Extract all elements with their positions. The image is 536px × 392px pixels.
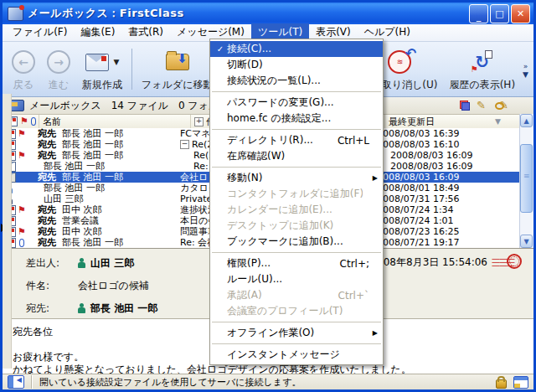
unsend-icon: ≋ <box>388 50 411 74</box>
new-message-icon <box>85 54 109 71</box>
minimize-button[interactable]: _ <box>469 4 488 23</box>
attachment-icon <box>19 239 24 247</box>
menu-item-label: 会議室のプロフィール(T) <box>227 304 363 318</box>
menu-item-label: コンタクトフォルダに追加(F)... <box>227 187 363 201</box>
key-pencil-icon[interactable] <box>495 101 508 111</box>
flag-icon: ⚑ <box>18 152 26 160</box>
menu-item-label: ブックマークに追加(B)... <box>227 235 363 249</box>
scrollbar-thumb[interactable] <box>520 144 533 213</box>
row-date: 2008/07/23 16:25 <box>375 226 520 237</box>
vertical-scrollbar[interactable]: ▲ ▼ <box>519 114 533 248</box>
menu-item-label: デスクトップに追加(K) <box>227 219 363 233</box>
back-button[interactable]: ← 戻る <box>6 44 41 96</box>
window-title: メールボックス：FirstClass <box>28 6 469 21</box>
statusbar: 開いている接続設定ファイルを使用してサーバに接続します。 <box>3 374 533 389</box>
row-date: 2008/07/21 19:17 <box>375 237 520 248</box>
flag-icon: ⚑ <box>18 130 26 138</box>
new-message-button[interactable]: ▼ 新規作成 <box>76 44 128 96</box>
left-gutter <box>3 94 12 369</box>
menu-separator <box>212 129 381 130</box>
menu-separator <box>212 91 381 92</box>
from-label: 差出人: <box>26 256 78 271</box>
row-flag-slot <box>16 239 28 247</box>
row-name: 宛先田中 次郎 <box>28 226 180 237</box>
menu-format[interactable]: 書式(R) <box>121 23 170 42</box>
row-name: 部長 池田 一郎 <box>28 183 180 193</box>
menu-item-label: 切断(D) <box>227 58 363 72</box>
submenu-arrow-icon: ▶ <box>369 174 378 182</box>
column-header-date[interactable]: 最終更新日▼ <box>385 115 520 128</box>
menu-item-label: インスタントメッセージ <box>227 348 363 362</box>
row-name: 宛先部長 池田 一郎 <box>28 150 180 161</box>
menu-shortcut: Ctrl+; <box>340 258 369 270</box>
menu-item[interactable]: ルール(U)... <box>210 271 383 287</box>
person-icon <box>78 258 86 268</box>
history-icon: ↻ <box>472 52 492 72</box>
menu-item[interactable]: ブックマークに追加(B)... <box>210 234 383 250</box>
menu-item[interactable]: 接続状況の一覧(L)... <box>210 73 383 89</box>
menu-item[interactable]: 在席確認(W) <box>210 148 383 164</box>
menu-item[interactable]: 会議室のプロフィール(T) <box>210 303 383 319</box>
menu-item[interactable]: 移動(N)▶ <box>210 170 383 186</box>
scroll-down-button[interactable]: ▼ <box>520 235 533 248</box>
row-flag-slot: ⚑ <box>16 228 28 236</box>
history-button[interactable]: ↻ 履歴の表示(H) <box>443 44 521 96</box>
row-to-label: 宛先 <box>38 226 56 237</box>
maximize-button[interactable]: □ <box>490 4 509 23</box>
move-to-folder-button[interactable]: フォルダに移動 <box>136 44 219 96</box>
forward-button[interactable]: → 進む <box>41 44 76 96</box>
menu-file[interactable]: ファイル(F) <box>6 23 74 42</box>
column-header-name[interactable]: 名前 <box>39 115 191 128</box>
thread-expander-icon[interactable]: − <box>180 140 189 149</box>
menu-item[interactable]: 権限(P)...Ctrl+; <box>210 255 383 271</box>
row-to-label: 宛先 <box>38 172 56 183</box>
panel-view-icon[interactable] <box>513 376 528 389</box>
menu-item-label: ルール(U)... <box>227 272 363 286</box>
menu-item-label: 承認(A) <box>227 288 332 302</box>
dropdown-caret-icon[interactable]: ▼ <box>114 58 120 66</box>
row-flag-slot: ⚑ <box>16 152 28 160</box>
message-date: 2008年8月3日 15:54:06 <box>370 255 487 270</box>
row-date: 2008/08/01 18:49 <box>375 183 520 193</box>
menu-item[interactable]: インスタントメッセージ <box>210 347 383 363</box>
close-button[interactable]: ✕ <box>511 4 530 23</box>
menu-separator <box>212 252 381 253</box>
message-from[interactable]: 山田 三郎 <box>90 256 134 271</box>
row-date: 2008/07/31 17:56 <box>375 193 520 204</box>
menu-item[interactable]: ディレクトリ(R)...Ctrl+L <box>210 132 383 148</box>
row-to-label: 宛先 <box>38 150 56 161</box>
menu-item[interactable]: コンタクトフォルダに追加(F)... <box>210 186 383 202</box>
menu-item[interactable]: デスクトップに追加(K) <box>210 218 383 234</box>
menu-item[interactable]: オフライン作業(O)▶ <box>210 325 383 341</box>
row-to-label: 宛先 <box>38 139 56 150</box>
row-to-label: 宛先 <box>38 204 56 215</box>
toolbar-overflow-button[interactable]: »▼ <box>521 44 530 96</box>
pencil-icon[interactable] <box>477 101 488 111</box>
menu-edit[interactable]: 編集(E) <box>74 23 121 42</box>
layers-icon[interactable] <box>460 101 470 111</box>
move-to-folder-icon <box>166 54 189 70</box>
menu-item-label: home.fc の接続設定... <box>227 111 363 126</box>
menu-item[interactable]: ✓接続(C)... <box>210 41 383 57</box>
row-name: 宛先田中 次郎 <box>28 204 180 215</box>
to-label: 宛先: <box>26 302 78 316</box>
message-to[interactable]: 部長 池田 一郎 <box>90 302 157 316</box>
flag-column-icon: ⚑ <box>20 117 28 126</box>
expand-all-icon[interactable]: + <box>194 117 204 126</box>
row-flag-slot: ⚑ <box>16 130 28 138</box>
row-to-label: 宛先 <box>38 237 56 248</box>
row-date: 2008/07/24 1:01 <box>375 215 520 226</box>
collapse-panel-icon[interactable] <box>8 375 24 389</box>
menu-item-label: 移動(N) <box>227 171 363 185</box>
menu-item-label: 権限(P)... <box>227 256 333 271</box>
menu-item[interactable]: カレンダーに追加(E)... <box>210 202 383 218</box>
menu-item[interactable]: 承認(A)Ctrl+` <box>210 287 383 303</box>
row-to-label: 宛先 <box>38 128 56 139</box>
row-date: 2008/08/03 16:09 <box>389 150 520 161</box>
row-name: 山田 三郎 <box>28 193 180 204</box>
menu-item[interactable]: home.fc の接続設定... <box>210 111 383 126</box>
menu-item[interactable]: 切断(D) <box>210 57 383 73</box>
menu-item[interactable]: パスワードの変更(G)... <box>210 95 383 111</box>
scroll-up-button[interactable]: ▲ <box>520 114 533 127</box>
submenu-arrow-icon: ▶ <box>369 329 378 337</box>
